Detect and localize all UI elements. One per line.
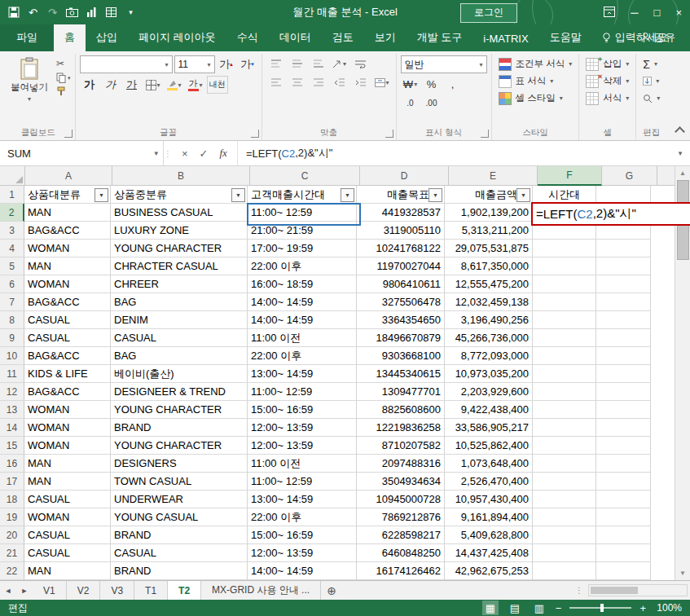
cell-a[interactable]: MAN [24, 204, 111, 222]
cell-g[interactable] [596, 562, 651, 580]
cell-a[interactable]: WOMAN [24, 240, 111, 257]
cell-e[interactable]: 1,902,139,200 [445, 204, 533, 222]
cell-c[interactable]: 22:00 이후 [248, 347, 357, 365]
header-cell-d[interactable]: 매출목표▼ [357, 186, 445, 204]
cell-e[interactable]: 8,617,350,000 [445, 257, 533, 275]
scroll-up-icon[interactable]: ▲ [675, 166, 690, 180]
cell-b[interactable]: LUXURY ZONE [111, 222, 248, 240]
cell-c[interactable]: 11:00 이전 [248, 455, 357, 473]
align-right-icon[interactable] [309, 74, 328, 90]
cell-g[interactable] [596, 437, 651, 455]
header-cell-e[interactable]: 매출금액▼ [445, 186, 533, 204]
row-number[interactable]: 5 [0, 257, 24, 275]
cell-f[interactable] [533, 383, 596, 401]
cell-d[interactable]: 6460848250 [357, 544, 445, 562]
cell-d[interactable]: 12219836258 [357, 419, 445, 437]
zoom-slider[interactable] [569, 607, 631, 609]
cell-c[interactable]: 14:00~ 14:59 [248, 311, 357, 329]
cell-g[interactable] [596, 526, 651, 544]
cell-d[interactable]: 3364354650 [357, 311, 445, 329]
decrease-indent-icon[interactable] [330, 74, 349, 90]
row-number[interactable]: 12 [0, 383, 24, 401]
row-number[interactable]: 19 [0, 508, 24, 526]
cell-c[interactable]: 14:00~ 14:59 [248, 293, 357, 311]
cell-a[interactable]: CASUAL [24, 526, 111, 544]
cell-b[interactable]: CASUAL [111, 544, 248, 562]
cell-g[interactable] [596, 401, 651, 419]
redo-icon[interactable]: ↷ [44, 3, 61, 21]
dialog-launcher-icon[interactable] [251, 130, 259, 138]
cell-g[interactable] [596, 491, 651, 508]
cell-c[interactable]: 12:00~ 13:59 [248, 544, 357, 562]
cell-e[interactable]: 1,073,648,400 [445, 455, 533, 473]
cell-c[interactable]: 15:00~ 16:59 [248, 526, 357, 544]
align-center-icon[interactable] [288, 74, 307, 90]
scroll-down-icon[interactable]: ▼ [675, 566, 690, 580]
increase-decimal-button[interactable]: .0 [401, 95, 420, 111]
cell-b[interactable]: CHRACTER CASUAL [111, 257, 248, 275]
cell-b[interactable]: UNDERWEAR [111, 491, 248, 508]
cell-d[interactable]: 3119005110 [357, 222, 445, 240]
sheet-tab-v2[interactable]: V2 [67, 581, 101, 600]
cell-c[interactable]: 15:00~ 16:59 [248, 401, 357, 419]
vertical-scrollbar[interactable]: ▲ ▼ [675, 166, 690, 580]
cell-b[interactable]: TOWN CASUAL [111, 473, 248, 491]
cell-a[interactable]: WOMAN [24, 401, 111, 419]
cell-b[interactable]: CASUAL [111, 329, 248, 347]
cell-e[interactable]: 42,962,675,253 [445, 562, 533, 580]
cell-a[interactable]: MAN [24, 455, 111, 473]
align-top-icon[interactable] [266, 55, 286, 72]
cell-e[interactable]: 29,075,531,875 [445, 240, 533, 257]
cell-f[interactable] [533, 240, 596, 257]
cell-c[interactable]: 21:00~ 21:59 [248, 222, 357, 240]
column-header-d[interactable]: D [360, 166, 449, 186]
column-header-c[interactable]: C [250, 166, 360, 186]
cell-g[interactable] [596, 347, 651, 365]
tab-developer[interactable]: 개발 도구 [407, 24, 473, 51]
cell-c[interactable]: 13:00~ 14:59 [248, 365, 357, 383]
format-as-table-button[interactable]: 표 서식▾ [496, 73, 575, 90]
cell-e[interactable]: 10,525,862,400 [445, 437, 533, 455]
fill-button[interactable]: ▾ [640, 73, 662, 90]
borders-button[interactable]: ▾ [143, 77, 163, 93]
cell-g[interactable] [596, 365, 651, 383]
cell-b[interactable]: YOUNG CASUAL [111, 508, 248, 526]
cell-b[interactable]: YOUNG CHARACTER [111, 437, 248, 455]
camera-icon[interactable] [64, 3, 81, 21]
header-cell-g[interactable] [596, 186, 651, 204]
column-header-e[interactable]: E [449, 166, 538, 186]
cell-g[interactable] [596, 257, 651, 275]
cell-f[interactable] [533, 473, 596, 491]
cell-g[interactable] [596, 311, 651, 329]
cell-a[interactable]: BAG&ACC [24, 293, 111, 311]
cell-e[interactable]: 2,203,929,600 [445, 383, 533, 401]
collapse-ribbon-icon[interactable] [675, 126, 685, 137]
cell-g[interactable] [596, 293, 651, 311]
horizontal-scrollbar[interactable] [588, 584, 688, 596]
enter-button[interactable]: ✓ [200, 147, 209, 160]
cut-icon[interactable]: ✂ [56, 58, 71, 69]
cell-d[interactable]: 18496670879 [357, 329, 445, 347]
normal-view-icon[interactable]: ▦ [482, 601, 499, 615]
percent-style-button[interactable]: % [422, 76, 442, 92]
row-number[interactable]: 15 [0, 437, 24, 455]
qat-customize-icon[interactable]: ▾ [122, 3, 139, 21]
column-header-g[interactable]: G [602, 166, 657, 186]
cell-d[interactable]: 3504934634 [357, 473, 445, 491]
cell-a[interactable]: CASUAL [24, 329, 111, 347]
cell-c[interactable]: 16:00~ 18:59 [248, 275, 357, 293]
wrap-text-icon[interactable] [351, 55, 371, 72]
cell-d[interactable]: 7869212876 [357, 508, 445, 526]
cell-b[interactable]: DESIGNEER & TREND [111, 383, 248, 401]
fill-color-button[interactable]: ▾ [165, 77, 184, 93]
dialog-launcher-icon[interactable] [385, 130, 393, 138]
cell-b[interactable]: 베이비(출산) [111, 365, 248, 383]
cell-a[interactable]: BAG&ACC [24, 222, 111, 240]
cell-c[interactable]: 14:00~ 14:59 [248, 562, 357, 580]
sheet-nav-right-icon[interactable]: ► [16, 581, 33, 600]
cell-e[interactable]: 12,555,475,200 [445, 275, 533, 293]
sheet-tab-v3[interactable]: V3 [100, 581, 134, 600]
maximize-button[interactable]: □ [654, 7, 661, 18]
cell-e[interactable]: 2,526,470,400 [445, 473, 533, 491]
cell-b[interactable]: BRAND [111, 419, 248, 437]
